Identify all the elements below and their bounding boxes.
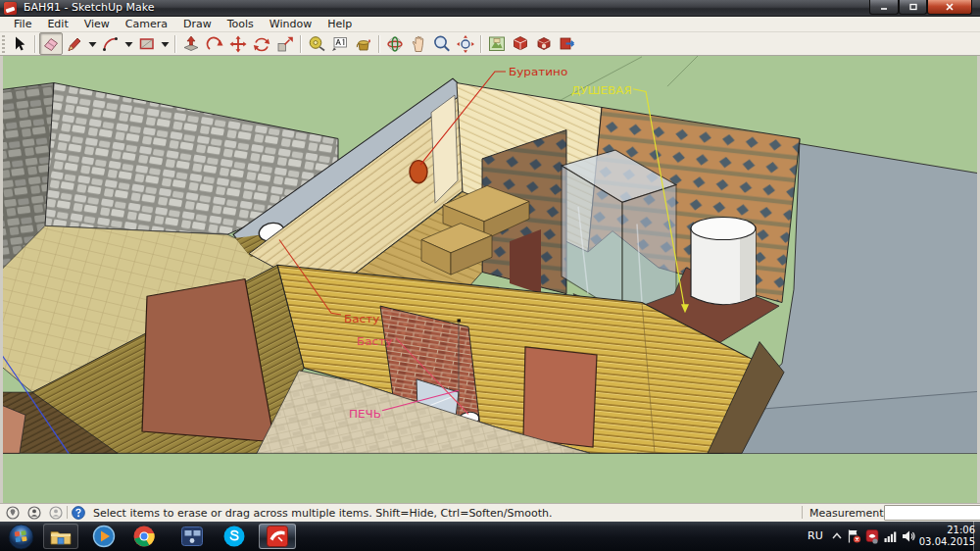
get-models-icon bbox=[487, 34, 507, 54]
help-icon[interactable] bbox=[72, 506, 85, 520]
select-arrow-icon bbox=[10, 34, 29, 54]
media-player-icon bbox=[92, 525, 116, 548]
tape-measure-tool-button[interactable] bbox=[305, 32, 328, 55]
volume-icon[interactable] bbox=[902, 529, 916, 543]
measurements-label: Measurements bbox=[809, 507, 889, 520]
windows-explorer-icon bbox=[49, 526, 73, 547]
arc-tool-button[interactable] bbox=[99, 32, 122, 55]
network-signal-icon[interactable] bbox=[884, 529, 898, 543]
maximize-button[interactable] bbox=[899, 0, 927, 15]
rectangle-tool-dropdown[interactable] bbox=[159, 32, 172, 55]
taskbar-media-player[interactable] bbox=[88, 524, 120, 549]
chrome-icon bbox=[132, 525, 156, 548]
language-indicator[interactable]: RU bbox=[808, 529, 823, 542]
zoom-extents-button[interactable] bbox=[454, 32, 477, 55]
rectangle-tool-button[interactable] bbox=[135, 32, 159, 55]
chevron-down-icon bbox=[123, 36, 134, 52]
menu-window[interactable]: Window bbox=[262, 17, 319, 31]
sketchup-app-icon bbox=[4, 2, 17, 15]
3d-warehouse-button[interactable] bbox=[509, 32, 532, 55]
rotate-tool-button[interactable] bbox=[250, 32, 273, 55]
windows-start-icon bbox=[8, 524, 34, 550]
share-model-button[interactable] bbox=[556, 32, 579, 55]
push-pull-tool-button[interactable] bbox=[179, 32, 203, 55]
front-door bbox=[523, 347, 597, 447]
menu-view[interactable]: View bbox=[76, 17, 118, 31]
title-bar[interactable]: БАНЯ1 - SketchUp Make bbox=[0, 0, 980, 17]
move-icon bbox=[228, 34, 248, 54]
tape-measure-icon bbox=[307, 34, 326, 54]
pencil-icon bbox=[65, 34, 84, 54]
text-label-icon bbox=[330, 34, 350, 54]
move-tool-button[interactable] bbox=[226, 32, 250, 55]
menu-edit[interactable]: Edit bbox=[39, 17, 75, 31]
show-desktop-button[interactable] bbox=[973, 522, 980, 551]
chevron-down-icon bbox=[87, 36, 98, 52]
paint-bucket-tool-button[interactable] bbox=[352, 32, 375, 55]
extension-warehouse-button[interactable] bbox=[532, 32, 556, 55]
claim-credit-icon[interactable] bbox=[27, 506, 41, 520]
pan-tool-button[interactable] bbox=[407, 32, 430, 55]
follow-me-icon bbox=[205, 34, 224, 54]
model-scene: Буратино ДУШЕВАЯ Басту Басту ПЕЧЬ bbox=[0, 56, 980, 503]
push-pull-icon bbox=[181, 34, 201, 54]
3d-viewport[interactable]: Буратино ДУШЕВАЯ Басту Басту ПЕЧЬ bbox=[0, 56, 980, 503]
eraser-tool-button[interactable] bbox=[39, 32, 63, 55]
taskbar-chrome[interactable] bbox=[127, 524, 161, 549]
hidden-icons-chevron[interactable] bbox=[831, 532, 843, 540]
measurements-input[interactable] bbox=[884, 505, 980, 521]
orbit-tool-button[interactable] bbox=[383, 32, 407, 55]
geolocation-icon[interactable] bbox=[6, 506, 20, 520]
minimize-button[interactable] bbox=[869, 0, 899, 15]
share-model-icon bbox=[558, 34, 577, 54]
taskbar-windows-explorer[interactable] bbox=[43, 524, 78, 549]
label-pech: ПЕЧЬ bbox=[349, 408, 381, 421]
zoom-tool-button[interactable] bbox=[430, 32, 454, 55]
get-models-button[interactable] bbox=[485, 32, 509, 55]
extension-warehouse-icon bbox=[534, 34, 554, 54]
pan-hand-icon bbox=[409, 34, 428, 54]
menu-help[interactable]: Help bbox=[319, 17, 360, 31]
3d-warehouse-icon bbox=[511, 34, 530, 54]
status-hint: Select items to erase or drag across mul… bbox=[93, 507, 552, 520]
orbit-icon bbox=[385, 34, 405, 54]
close-button[interactable] bbox=[927, 0, 972, 15]
skype-icon bbox=[222, 525, 246, 548]
antivirus-tray-icon[interactable] bbox=[865, 528, 879, 544]
toolbar-grip[interactable] bbox=[2, 35, 5, 53]
follow-me-tool-button[interactable] bbox=[203, 32, 226, 55]
rotate-icon bbox=[252, 34, 271, 54]
sketchup-icon bbox=[266, 525, 289, 548]
menu-draw[interactable]: Draw bbox=[175, 17, 220, 31]
tray-date: 03.04.2015 bbox=[919, 536, 975, 548]
chevron-down-icon bbox=[160, 36, 171, 52]
system-tool-icon bbox=[180, 525, 204, 548]
taskbar-skype[interactable] bbox=[218, 524, 251, 549]
eraser-icon bbox=[41, 34, 61, 54]
taskbar-system-tool[interactable] bbox=[176, 524, 208, 549]
tray-time: 21:06 bbox=[919, 525, 975, 536]
rectangle-icon bbox=[137, 34, 157, 54]
zoom-extents-icon bbox=[456, 34, 475, 54]
status-bar: Select items to erase or drag across mul… bbox=[0, 503, 980, 522]
line-tool-button[interactable] bbox=[63, 32, 86, 55]
window-title: БАНЯ1 - SketchUp Make bbox=[24, 1, 155, 14]
menu-file[interactable]: File bbox=[6, 17, 39, 31]
action-center-flag-icon[interactable] bbox=[847, 528, 861, 544]
label-buratino: Буратино bbox=[509, 65, 567, 77]
arc-tool-dropdown[interactable] bbox=[122, 32, 135, 55]
label-bastu-1: Басту bbox=[344, 313, 380, 326]
text-tool-button[interactable] bbox=[328, 32, 352, 55]
select-tool-button[interactable] bbox=[8, 32, 31, 55]
menu-tools[interactable]: Tools bbox=[220, 17, 262, 31]
start-button[interactable] bbox=[4, 524, 37, 549]
sign-in-icon[interactable] bbox=[49, 506, 63, 520]
desktop: БАНЯ1 - SketchUp Make File Edit View Cam… bbox=[0, 0, 980, 551]
clock[interactable]: 21:06 03.04.2015 bbox=[919, 525, 975, 548]
viewport-border-left bbox=[0, 56, 3, 503]
menu-camera[interactable]: Camera bbox=[118, 17, 175, 31]
line-tool-dropdown[interactable] bbox=[86, 32, 99, 55]
scale-icon bbox=[275, 34, 295, 54]
scale-tool-button[interactable] bbox=[273, 32, 297, 55]
taskbar-sketchup-active[interactable] bbox=[259, 524, 296, 549]
